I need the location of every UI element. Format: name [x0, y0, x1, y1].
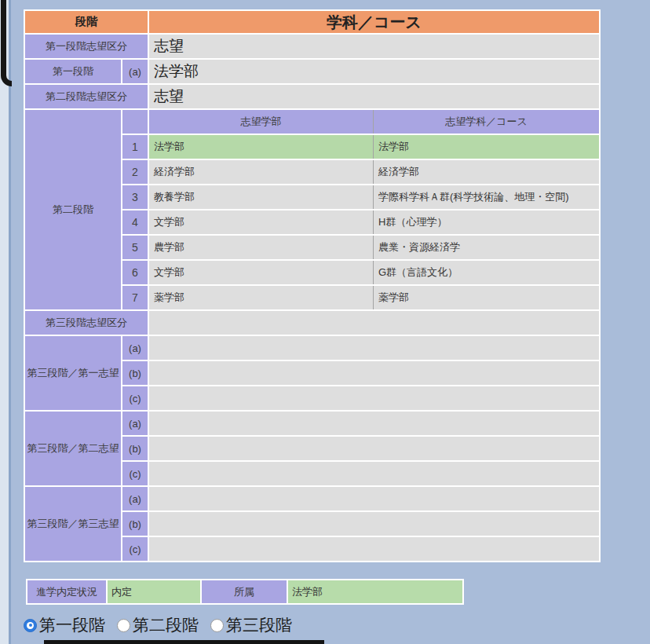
empty-value-cell — [149, 336, 599, 360]
empty-value-cell — [149, 386, 599, 410]
stage3-sub-row: (b) — [122, 512, 599, 536]
stage3-choice3-block: 第三段階／第三志望 (a) (b) (c) — [25, 487, 599, 561]
stage3-choice1-label: 第三段階／第一志望 — [25, 336, 121, 410]
stage2-col-course: 志望学科／コース — [373, 110, 599, 134]
faculty-cell: 薬学部 — [149, 286, 373, 309]
stage3-choice2-rows: (a) (b) (c) — [122, 412, 599, 485]
stage1-row: 第一段階 (a) 法学部 — [25, 60, 599, 83]
stage-radio-group: 第一段階 第二段階 第三段階 — [24, 614, 292, 636]
stage3-choice1-block: 第三段階／第一志望 (a) (b) (c) — [25, 336, 599, 410]
stage3-sub-row: (c) — [122, 462, 599, 485]
empty-value-cell — [149, 537, 599, 561]
affiliation-value: 法学部 — [288, 580, 462, 603]
stage3-choice1-rows: (a) (b) (c) — [122, 336, 599, 410]
sub-label: (a) — [122, 336, 148, 360]
empty-value-cell — [149, 412, 599, 435]
stage3-choice2-block: 第三段階／第二志望 (a) (b) (c) — [25, 412, 599, 485]
sub-label: (c) — [122, 386, 148, 410]
rank-cell: 5 — [122, 236, 148, 259]
empty-value-cell — [149, 462, 599, 485]
radio-stage2-label: 第二段階 — [133, 614, 199, 636]
stage2-header-row: 志望学部 志望学科／コース — [122, 110, 599, 134]
stage3-sub-row: (a) — [122, 412, 599, 435]
stage1-kubun-label: 第一段階志望区分 — [25, 35, 148, 58]
course-cell: 農業・資源経済学 — [373, 236, 599, 259]
radio-selected-icon[interactable] — [24, 619, 37, 632]
radio-stage1-label: 第一段階 — [39, 614, 105, 636]
faculty-cell: 文学部 — [149, 210, 373, 234]
empty-value-cell — [149, 487, 599, 510]
radio-stage3[interactable]: 第三段階 — [210, 614, 292, 636]
stage1-label: 第一段階 — [25, 60, 121, 83]
stage2-row-1[interactable]: 1 法学部 法学部 — [122, 135, 599, 159]
empty-value-cell — [149, 361, 599, 385]
faculty-cell: 法学部 — [149, 135, 373, 159]
empty-value-cell — [149, 512, 599, 536]
stage3-sub-row: (c) — [122, 386, 599, 410]
left-edge-strip — [0, 0, 11, 644]
stage1-value: 法学部 — [149, 60, 599, 83]
stage1-sub-label: (a) — [122, 60, 148, 83]
sub-label: (b) — [122, 437, 148, 460]
faculty-cell: 文学部 — [149, 261, 373, 284]
stage3-sub-row: (a) — [122, 487, 599, 510]
stage2-table: 志望学部 志望学科／コース 1 法学部 法学部 2 経済学部 経済学部 3 教養… — [122, 110, 599, 309]
rank-cell: 4 — [122, 210, 148, 234]
preference-table: 段階 学科／コース 第一段階志望区分 志望 第一段階 (a) 法学部 第二段階志… — [24, 9, 601, 562]
rank-cell: 3 — [122, 185, 148, 209]
window-corner-decoration — [1, 0, 12, 86]
stage3-sub-row: (b) — [122, 361, 599, 385]
faculty-cell: 農学部 — [149, 236, 373, 259]
sub-label: (b) — [122, 512, 148, 536]
stage3-choice3-label: 第三段階／第三志望 — [25, 487, 121, 561]
table-header-row: 段階 学科／コース — [25, 11, 599, 33]
course-cell: 法学部 — [373, 135, 599, 159]
course-cell: 学際科学科Ａ群(科学技術論、地理・空間) — [373, 185, 599, 209]
stage2-row-7[interactable]: 7 薬学部 薬学部 — [122, 286, 599, 309]
stage2-row-4[interactable]: 4 文学部 H群（心理学） — [122, 210, 599, 234]
stage3-kubun-value — [149, 311, 599, 335]
stage3-kubun-row: 第三段階志望区分 — [25, 311, 599, 335]
radio-unselected-icon[interactable] — [210, 619, 224, 632]
radio-stage1[interactable]: 第一段階 — [24, 614, 105, 636]
stage2-kubun-value: 志望 — [149, 85, 599, 108]
stage3-sub-row: (b) — [122, 437, 599, 460]
stage3-choice3-rows: (a) (b) (c) — [122, 487, 599, 561]
affiliation-label: 所属 — [202, 580, 287, 603]
admission-status-bar: 進学内定状況 内定 所属 法学部 — [26, 579, 464, 605]
rank-cell: 1 — [122, 135, 148, 159]
empty-value-cell — [149, 437, 599, 460]
sub-label: (a) — [122, 412, 148, 435]
stage3-kubun-label: 第三段階志望区分 — [25, 311, 148, 335]
course-cell: H群（心理学） — [373, 210, 599, 234]
course-cell: 薬学部 — [373, 286, 599, 309]
course-cell: G群（言語文化） — [373, 261, 599, 284]
radio-stage3-label: 第三段階 — [226, 614, 292, 636]
rank-cell: 6 — [122, 261, 148, 284]
stage1-kubun-value: 志望 — [149, 35, 599, 58]
col-header-stage: 段階 — [25, 11, 148, 33]
status-label: 進学内定状況 — [27, 580, 106, 603]
rank-cell: 7 — [122, 286, 148, 309]
stage3-sub-row: (a) — [122, 336, 599, 360]
col-header-course: 学科／コース — [149, 11, 599, 33]
faculty-cell: 教養学部 — [149, 185, 373, 209]
status-value: 内定 — [108, 580, 200, 603]
sub-label: (c) — [122, 537, 148, 561]
radio-unselected-icon[interactable] — [117, 619, 130, 632]
stage2-row-5[interactable]: 5 農学部 農業・資源経済学 — [122, 236, 599, 259]
stage2-block: 第二段階 志望学部 志望学科／コース 1 法学部 法学部 2 経済学部 経済学部… — [25, 110, 599, 309]
stage3-choice2-label: 第三段階／第二志望 — [25, 412, 121, 485]
course-cell: 経済学部 — [373, 160, 599, 184]
stage2-kubun-label: 第二段階志望区分 — [25, 85, 148, 108]
stage2-col-faculty: 志望学部 — [149, 110, 373, 134]
stage3-sub-row: (c) — [122, 537, 599, 561]
faculty-cell: 経済学部 — [149, 160, 373, 184]
radio-stage2[interactable]: 第二段階 — [117, 614, 199, 636]
sub-label: (b) — [122, 361, 148, 385]
stage2-row-2[interactable]: 2 経済学部 経済学部 — [122, 160, 599, 184]
stage2-no-header — [122, 110, 148, 134]
stage2-row-6[interactable]: 6 文学部 G群（言語文化） — [122, 261, 599, 284]
stage2-row-3[interactable]: 3 教養学部 学際科学科Ａ群(科学技術論、地理・空間) — [122, 185, 599, 209]
rank-cell: 2 — [122, 160, 148, 184]
